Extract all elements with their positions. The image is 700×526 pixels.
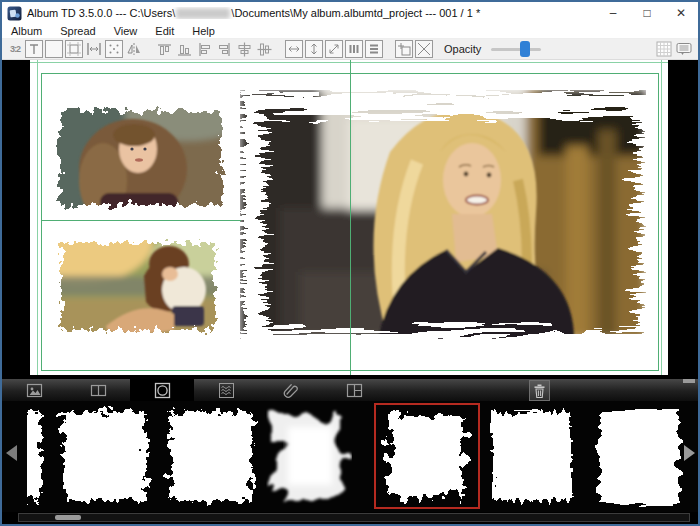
title-suffix: \Documents\My album.albumtd_project --- … (231, 7, 480, 19)
filmstrip-scrollbar-row (2, 512, 698, 524)
align-center-horizontal-icon[interactable] (235, 40, 253, 58)
filmstrip-scrollbar-track[interactable] (18, 513, 690, 522)
guide-horizontal-left (41, 220, 241, 221)
guide-top-edge (30, 62, 668, 63)
photo-blonde-woman[interactable] (240, 90, 646, 339)
mask-thumbnail[interactable] (484, 403, 580, 509)
mask-thumbnail[interactable] (160, 403, 262, 509)
trash-icon (533, 384, 546, 398)
guide-center-vertical (350, 60, 351, 375)
guide-right-edge (661, 60, 662, 375)
window-title: Album TD 3.5.0.0 --- C:\Users\ \Document… (27, 7, 596, 19)
photo-portrait-girl[interactable] (45, 97, 235, 219)
align-top-icon[interactable] (155, 40, 173, 58)
mask-filmstrip (2, 401, 698, 512)
mask-thumbnail[interactable] (588, 403, 688, 509)
grid-toggle-icon[interactable] (655, 40, 673, 58)
title-bar: Album TD 3.5.0.0 --- C:\Users\ \Document… (2, 2, 698, 24)
align-right-icon[interactable] (215, 40, 233, 58)
app-window: Album TD 3.5.0.0 --- C:\Users\ \Document… (0, 0, 700, 526)
maximize-button[interactable]: □ (630, 2, 664, 24)
menu-help[interactable]: Help (183, 24, 224, 38)
align-left-icon[interactable] (195, 40, 213, 58)
resize-vertical-icon[interactable] (305, 40, 323, 58)
tab-cliparts[interactable] (258, 379, 322, 402)
tab-masks[interactable] (130, 379, 194, 402)
opacity-control: Opacity (444, 41, 541, 57)
resize-diagonal-icon[interactable] (325, 40, 343, 58)
opacity-slider-thumb[interactable] (520, 41, 530, 57)
empty-frame-icon[interactable] (45, 40, 63, 58)
fit-horizontal-icon[interactable] (85, 40, 103, 58)
mask-thumbnail[interactable] (27, 403, 50, 509)
align-center-vertical-icon[interactable] (255, 40, 273, 58)
close-button[interactable]: ✕ (664, 2, 698, 24)
scroll-left-arrow[interactable] (6, 445, 17, 461)
delete-mask-button[interactable] (529, 380, 550, 401)
scroll-right-arrow[interactable] (684, 445, 695, 461)
distribute-vertical-icon[interactable] (365, 40, 383, 58)
add-frame-icon[interactable] (395, 40, 413, 58)
title-prefix: Album TD 3.5.0.0 --- C:\Users\ (27, 7, 175, 19)
guide-margin-left (41, 73, 42, 370)
menu-spread[interactable]: Spread (51, 24, 104, 38)
mask-thumbnail[interactable] (266, 403, 352, 509)
corner-handles-icon[interactable] (105, 40, 123, 58)
menu-edit[interactable]: Edit (146, 24, 183, 38)
minimize-button[interactable]: – (596, 2, 630, 24)
album-page[interactable] (30, 60, 668, 375)
tab-textures[interactable] (194, 379, 258, 402)
opacity-slider-track[interactable] (491, 48, 541, 51)
redacted-username (176, 8, 230, 19)
menu-view[interactable]: View (105, 24, 147, 38)
tab-photos[interactable] (2, 379, 66, 402)
masks-panel-tabbar (2, 378, 698, 401)
toolbar: 3:2 (2, 39, 698, 60)
aspect-ratio-icon[interactable]: 3:2 (7, 40, 23, 58)
annotations-toggle-icon[interactable] (675, 40, 693, 58)
margins-frame-icon[interactable] (65, 40, 83, 58)
spread-canvas[interactable] (2, 60, 698, 378)
tab-layouts[interactable] (322, 379, 386, 402)
photo-girl-sitting-field[interactable] (48, 230, 228, 343)
mask-thumbnail[interactable] (54, 403, 156, 509)
resize-horizontal-icon[interactable] (285, 40, 303, 58)
app-icon (7, 6, 22, 21)
tab-spreads[interactable] (66, 379, 130, 402)
guide-left-edge (37, 60, 38, 375)
menu-bar: Album Spread View Edit Help (2, 24, 698, 39)
mask-thumbnail-selected[interactable] (374, 403, 480, 509)
opacity-slider[interactable] (491, 41, 541, 57)
opacity-label: Opacity (444, 43, 481, 55)
distribute-horizontal-icon[interactable] (345, 40, 363, 58)
menu-album[interactable]: Album (2, 24, 51, 38)
remove-frame-icon[interactable] (415, 40, 433, 58)
panel-resize-notch[interactable] (683, 379, 695, 383)
guide-margin-right (658, 73, 659, 370)
filmstrip-scrollbar-thumb[interactable] (55, 515, 81, 520)
text-frame-icon[interactable] (25, 40, 43, 58)
align-bottom-icon[interactable] (175, 40, 193, 58)
flip-horizontal-icon[interactable] (125, 40, 143, 58)
